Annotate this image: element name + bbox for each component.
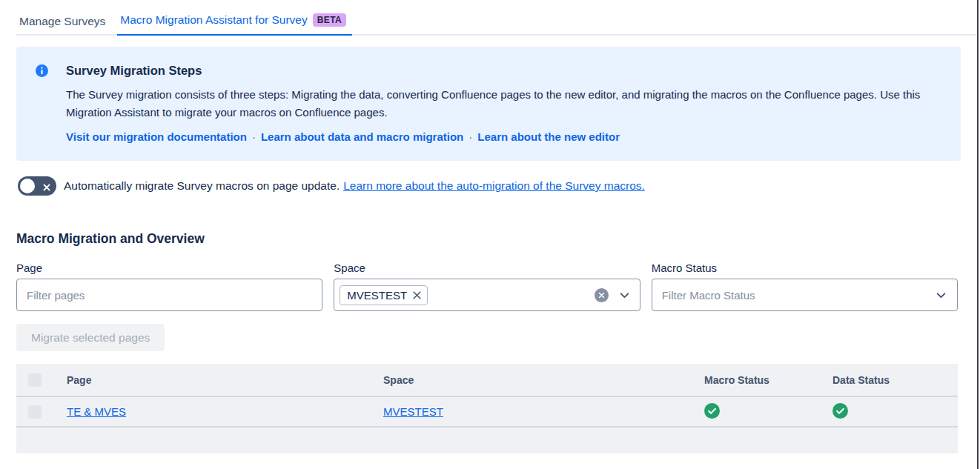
tab-manage-surveys-label: Manage Surveys [19, 15, 105, 28]
link-migration-documentation[interactable]: Visit our migration documentation [66, 130, 247, 143]
info-icon [36, 64, 48, 143]
window-edge-line [977, 0, 979, 469]
auto-migrate-text: Automatically migrate Survey macros on p… [64, 179, 340, 193]
macro-status-chevron-down-icon [935, 289, 947, 302]
space-filter-select[interactable]: MVESTEST [334, 279, 640, 311]
column-header-macro-status: Macro Status [704, 374, 832, 386]
column-header-data-status: Data Status [832, 374, 958, 386]
beta-badge: BETA [313, 13, 346, 27]
link-separator: · [252, 130, 256, 143]
toggle-knob [20, 179, 35, 193]
tab-macro-migration-assistant[interactable]: Macro Migration Assistant for Survey BET… [117, 13, 352, 36]
page-filter-input[interactable] [17, 279, 322, 310]
info-panel: Survey Migration Steps The Survey migrat… [16, 47, 961, 161]
toggle-off-x-icon [42, 182, 51, 190]
space-filter-chevron-down-icon[interactable] [618, 289, 631, 302]
tab-manage-surveys[interactable]: Manage Surveys [16, 15, 111, 36]
link-separator: · [469, 130, 472, 143]
row-checkbox[interactable] [28, 405, 42, 419]
column-header-space: Space [383, 374, 704, 386]
migrate-selected-pages-button[interactable]: Migrate selected pages [16, 324, 165, 351]
macro-status-filter-select[interactable]: Filter Macro Status [652, 279, 958, 311]
space-tag: MVESTEST [340, 285, 428, 305]
auto-migration-learn-more-link[interactable]: Learn more about the auto-migration of t… [343, 179, 645, 193]
tab-bar: Manage Surveys Macro Migration Assistant… [16, 0, 977, 36]
link-new-editor[interactable]: Learn about the new editor [477, 130, 620, 143]
select-all-checkbox[interactable] [28, 373, 42, 387]
auto-migrate-toggle[interactable] [18, 176, 56, 196]
section-title: Macro Migration and Overview [16, 231, 961, 247]
migration-table: Page Space Macro Status Data Status TE &… [16, 364, 958, 453]
link-data-macro-migration[interactable]: Learn about data and macro migration [261, 130, 463, 143]
space-link[interactable]: MVESTEST [383, 405, 443, 418]
page-filter-label: Page [16, 262, 322, 274]
macro-status-placeholder: Filter Macro Status [662, 289, 755, 302]
info-panel-links: Visit our migration documentation·Learn … [66, 130, 926, 143]
auto-migrate-row: Automatically migrate Survey macros on p… [16, 176, 961, 196]
data-status-success-icon [832, 403, 848, 419]
column-header-page: Page [67, 374, 383, 386]
info-panel-body: The Survey migration consists of three s… [66, 86, 926, 122]
filters-row: Page Space MVESTEST [16, 262, 958, 311]
info-panel-title: Survey Migration Steps [66, 64, 926, 78]
space-tag-remove-icon[interactable] [412, 290, 422, 300]
space-filter-clear-icon[interactable] [595, 288, 609, 302]
space-tag-label: MVESTEST [347, 289, 407, 302]
table-header-row: Page Space Macro Status Data Status [16, 364, 958, 396]
macro-status-success-icon [704, 403, 720, 419]
page-link[interactable]: TE & MVES [67, 405, 126, 418]
macro-status-filter-label: Macro Status [652, 262, 958, 274]
tab-macro-migration-label: Macro Migration Assistant for Survey [120, 13, 307, 27]
table-row: TE & MVES MVESTEST [16, 396, 958, 428]
page-filter-field [16, 279, 322, 311]
space-filter-label: Space [334, 262, 640, 274]
